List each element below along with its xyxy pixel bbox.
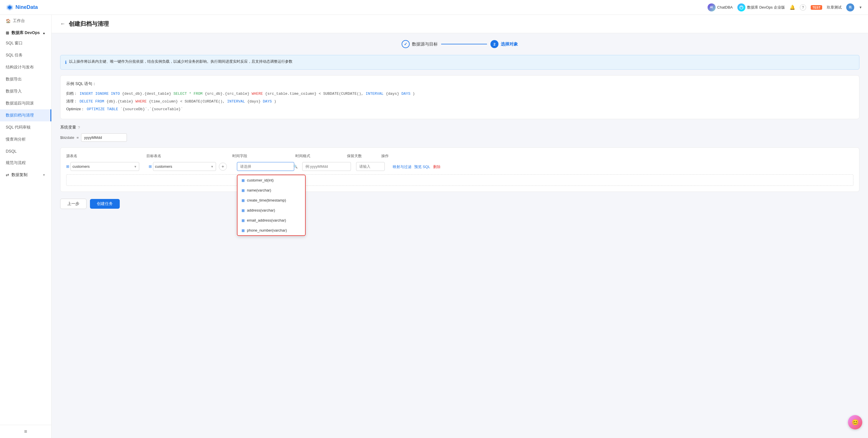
step-1: 数据源与目标 — [402, 40, 438, 48]
user-name: 玖章测试 — [827, 5, 842, 10]
sidebar-item-sql-window[interactable]: SQL 窗口 — [0, 37, 51, 49]
step-2-label: 选择对象 — [501, 41, 518, 47]
dropdown-item-create-time[interactable]: ▦ create_time(timestamp) — [238, 195, 305, 205]
replication-label: 数据复制 — [11, 172, 28, 177]
step-1-label: 数据源与目标 — [412, 41, 438, 47]
back-button[interactable]: ← — [60, 21, 65, 27]
dropdown-item-name[interactable]: ▦ name(varchar) — [238, 185, 305, 195]
sidebar-item-data-track[interactable]: 数据追踪与回滚 — [0, 97, 51, 109]
sys-var-help-icon[interactable]: ? — [78, 125, 80, 130]
time-field-input[interactable] — [237, 162, 294, 171]
delete-link[interactable]: 删除 — [433, 164, 441, 169]
where-kw2: WHERE — [135, 99, 149, 104]
add-row-button[interactable] — [66, 174, 854, 186]
col-icon-customer-id: ▦ — [242, 178, 245, 182]
close-paren: ) — [412, 92, 415, 96]
action-links: 映射与过滤 预览 SQL 删除 — [393, 162, 854, 169]
user-avatar[interactable]: 玖 — [846, 3, 854, 11]
sidebar-item-label: 慢查询分析 — [6, 137, 26, 142]
source-table-select[interactable]: customers — [70, 162, 139, 171]
sidebar-item-sql-audit[interactable]: SQL 代码审核 — [0, 122, 51, 133]
help-icon[interactable]: ? — [800, 4, 806, 10]
svg-point-3 — [740, 6, 743, 9]
sidebar-item-dsql[interactable]: DSQL — [0, 145, 51, 157]
days-kw: DAYS — [401, 92, 410, 96]
target-table-select[interactable]: customers — [153, 162, 216, 171]
create-task-button[interactable]: 创建任务 — [90, 199, 120, 209]
col-header-action: 操作 — [381, 154, 854, 159]
archive-sql-line: 归档： INSERT IGNORE INTO {dest_db}.{dest_t… — [66, 90, 854, 98]
time-field-cell: 🔍 ▦ customer_id(int) ▦ name(varchar) — [237, 162, 300, 171]
chatdba-label: ChatDBA — [717, 5, 733, 9]
table-header: 源表名 目标表名 时间字段 时间格式 保留天数 操作 — [66, 154, 854, 159]
user-menu-icon[interactable]: ▼ — [859, 5, 862, 9]
var-value-input[interactable] — [81, 133, 127, 142]
preview-sql-link[interactable]: 预览 SQL — [414, 164, 430, 169]
days-var2: {days} — [247, 99, 263, 104]
logo-icon — [6, 3, 14, 11]
replication-icon: ⇄ — [6, 173, 9, 177]
sidebar-item-data-import[interactable]: 数据导入 — [0, 85, 51, 97]
col-icon-phone-number: ▦ — [242, 229, 245, 232]
collapse-icon[interactable]: ≡ — [6, 429, 45, 435]
sidebar-item-label: SQL 窗口 — [6, 41, 23, 46]
sidebar-section-dbdevops[interactable]: ⊞ 数据库 DevOps ▲ — [0, 27, 51, 37]
logo[interactable]: NineData — [6, 3, 38, 11]
delete-kw: DELETE FROM — [80, 99, 106, 104]
col-header-source: 源表名 — [66, 154, 146, 159]
sidebar-item-label: 数据追踪与回滚 — [6, 101, 34, 106]
chevron-down-icon: ▼ — [42, 173, 45, 177]
sidebar-item-norm-flow[interactable]: 规范与流程 — [0, 157, 51, 169]
sidebar-item-struct-design[interactable]: 结构设计与发布 — [0, 61, 51, 73]
sidebar-item-label: 结构设计与发布 — [6, 65, 34, 70]
sys-var-title: 系统变量 ? — [60, 125, 859, 130]
sidebar-item-workspace[interactable]: 🏠 工作台 — [0, 15, 51, 27]
var-eq: = — [76, 135, 79, 140]
add-table-button[interactable]: + — [219, 163, 227, 171]
content-area: 数据源与目标 2 选择对象 ℹ 以上操作将以表内主键、唯一键作为分批依据，结合实… — [52, 33, 868, 216]
step-2-number: 2 — [493, 42, 495, 46]
dropdown-item-address[interactable]: ▦ address(varchar) — [238, 205, 305, 215]
optimize-kw: OPTIMIZE TABLE — [87, 107, 120, 111]
prev-button[interactable]: 上一步 — [60, 199, 87, 209]
dropdown-item-phone-number[interactable]: ▦ phone_number(varchar) — [238, 225, 305, 235]
sidebar-item-slow-query[interactable]: 慢查询分析 — [0, 133, 51, 145]
source-table-cell: ⊞ customers ▼ — [66, 162, 146, 171]
dropdown-item-customer-id[interactable]: ▦ customer_id(int) — [238, 175, 305, 185]
sidebar-item-sql-task[interactable]: SQL 任务 — [0, 49, 51, 61]
dropdown-label-create-time: create_time(timestamp) — [247, 198, 286, 202]
days-kw2: DAYS — [263, 99, 272, 104]
dropdown-item-email-address[interactable]: ▦ email_address(varchar) — [238, 215, 305, 225]
source-table-icon: ⊞ — [66, 164, 69, 169]
clean-sql-line: 清理： DELETE FROM {db}.{table} WHERE {time… — [66, 98, 854, 105]
sidebar-item-data-archive[interactable]: 数据归档与清理 — [0, 109, 51, 122]
select-kw: SELECT * FROM — [173, 92, 205, 96]
dropdown-label-phone-number: phone_number(varchar) — [247, 228, 287, 232]
footer-actions: 上一步 创建任务 — [60, 199, 859, 209]
chatdba-icon: AI — [708, 3, 716, 11]
map-filter-link[interactable]: 映射与过滤 — [393, 164, 411, 169]
sidebar-item-data-export[interactable]: 数据导出 — [0, 73, 51, 85]
sidebar-item-data-replication[interactable]: ⇄ 数据复制 ▼ — [0, 169, 51, 181]
time-format-input[interactable] — [302, 162, 351, 171]
col-header-days: 保留天数 — [347, 154, 381, 159]
interval-kw2: INTERVAL — [227, 99, 247, 104]
main-content: ← 创建归档与清理 数据源与目标 2 选择对象 — [52, 15, 868, 438]
devops-button[interactable]: 数据库 DevOps 企业版 — [737, 3, 785, 11]
workspace-label: 工作台 — [13, 18, 25, 24]
devops-label: 数据库 DevOps 企业版 — [747, 5, 785, 10]
support-avatar[interactable]: 😊 — [848, 415, 862, 429]
dropdown-label-customer-id: customer_id(int) — [247, 178, 274, 182]
retain-days-input[interactable] — [356, 162, 385, 171]
chatdba-button[interactable]: AI ChatDBA — [708, 3, 733, 11]
optimize-sql-line: Optimize： OPTIMIZE TABLE `{sourceDb}`.`{… — [66, 105, 854, 113]
optimize-label: Optimize： — [66, 107, 85, 111]
sidebar-item-label: SQL 代码审核 — [6, 125, 31, 130]
var-row: $bizdate = — [60, 133, 859, 142]
page-header: ← 创建归档与清理 — [52, 15, 868, 33]
bell-icon[interactable]: 🔔 — [789, 5, 795, 10]
time-search-icon: 🔍 — [293, 165, 298, 169]
dropdown-label-address: address(varchar) — [247, 208, 275, 212]
info-icon: ℹ — [65, 59, 67, 66]
target-select-wrapper: ⊞ customers ▼ — [149, 162, 216, 171]
